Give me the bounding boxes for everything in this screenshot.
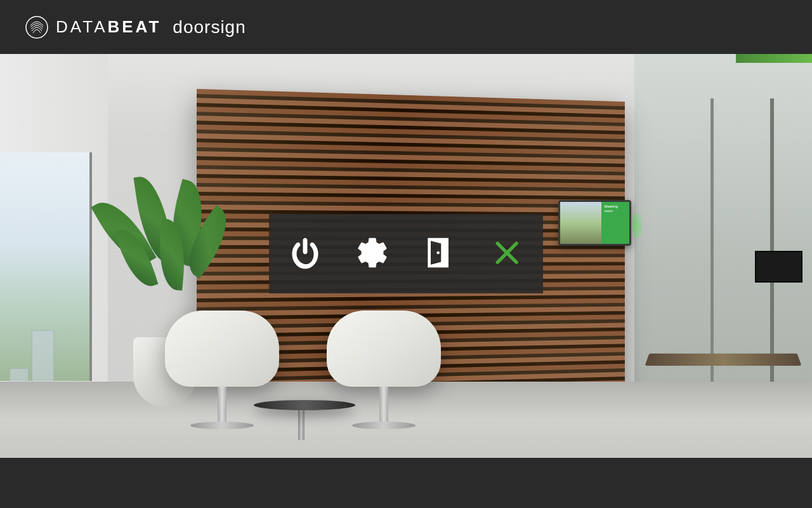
- scene-table-leg: [298, 408, 304, 440]
- scene-conference-table: [645, 354, 801, 366]
- scene-tv: [755, 251, 802, 283]
- gear-icon: [355, 235, 390, 272]
- power-icon: [287, 235, 323, 272]
- product-name: doorsign: [173, 17, 246, 37]
- door-icon: [422, 235, 457, 272]
- brand-logo: DATABEAT doorsign: [25, 16, 246, 39]
- scene-chair: [327, 311, 441, 429]
- doorsign-tablet: Meeting room: [558, 200, 631, 246]
- fingerprint-icon: [25, 16, 48, 39]
- tablet-content-image: [560, 202, 601, 244]
- scene-tablet-glow: [629, 213, 642, 238]
- power-button[interactable]: [285, 234, 325, 274]
- svg-point-1: [436, 251, 440, 255]
- brand-part2: BEAT: [107, 17, 161, 36]
- scene-window: [0, 152, 92, 381]
- scene-green-strip: [736, 54, 812, 63]
- settings-button[interactable]: [352, 234, 393, 274]
- tablet-room-label: Meeting room: [604, 204, 627, 213]
- exit-button[interactable]: [419, 234, 460, 274]
- app-footer: [0, 458, 812, 508]
- content-viewport: Meeting room: [0, 54, 812, 458]
- app-header: DATABEAT doorsign: [0, 0, 812, 54]
- control-toolbar: [269, 214, 543, 293]
- scene-chair: [165, 311, 279, 429]
- close-button[interactable]: [487, 234, 527, 274]
- scene-glass-frame: [710, 98, 714, 416]
- close-icon: [489, 235, 525, 272]
- tablet-status-panel: Meeting room: [601, 202, 629, 244]
- brand-part1: DATA: [56, 17, 107, 36]
- brand-name: DATABEAT: [56, 17, 161, 37]
